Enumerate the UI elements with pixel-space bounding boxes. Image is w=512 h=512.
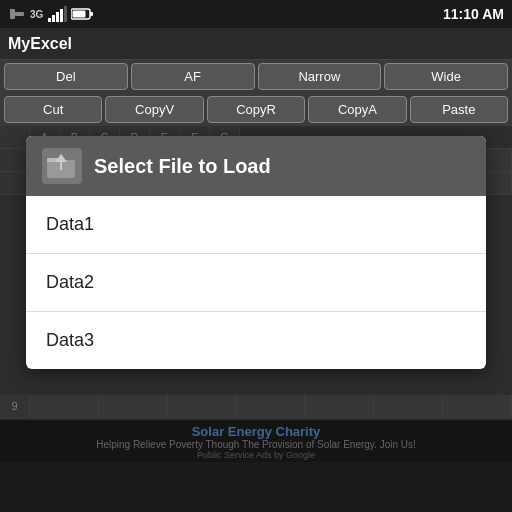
svg-rect-9	[73, 11, 86, 18]
svg-rect-13	[60, 162, 62, 170]
wide-button[interactable]: Wide	[384, 63, 508, 90]
file-list: Data1 Data2 Data3	[26, 196, 486, 369]
svg-rect-3	[52, 15, 55, 22]
copya-button[interactable]: CopyA	[308, 96, 406, 123]
svg-rect-6	[64, 6, 67, 22]
af-button[interactable]: AF	[131, 63, 255, 90]
svg-rect-0	[10, 9, 15, 19]
app-title: MyExcel	[8, 35, 72, 53]
status-bar: 3G 11:10 AM	[0, 0, 512, 28]
dialog-header: Select File to Load	[26, 136, 486, 196]
cut-button[interactable]: Cut	[4, 96, 102, 123]
status-time: 11:10 AM	[443, 6, 504, 22]
paste-button[interactable]: Paste	[410, 96, 508, 123]
svg-rect-4	[56, 12, 59, 22]
app-wrapper: 3G 11:10 AM MyExcel Del AF Narrow Wid	[0, 0, 512, 512]
toolbar-row-1: Del AF Narrow Wide	[0, 60, 512, 93]
file-dialog: Select File to Load Data1 Data2 Data3	[26, 136, 486, 369]
svg-rect-1	[15, 12, 24, 16]
battery-icon	[71, 7, 93, 21]
svg-rect-5	[60, 9, 63, 22]
load-file-icon	[42, 148, 82, 184]
file-item-2[interactable]: Data3	[26, 312, 486, 369]
signal-icon	[47, 6, 67, 22]
dialog-title: Select File to Load	[94, 155, 271, 178]
folder-upload-icon	[47, 152, 77, 180]
svg-rect-2	[48, 18, 51, 22]
file-item-0[interactable]: Data1	[26, 196, 486, 254]
modal-overlay: Select File to Load Data1 Data2 Data3	[0, 126, 512, 462]
wrench-icon	[8, 5, 26, 23]
file-item-1[interactable]: Data2	[26, 254, 486, 312]
copyr-button[interactable]: CopyR	[207, 96, 305, 123]
status-icons: 3G	[8, 5, 93, 23]
narrow-button[interactable]: Narrow	[258, 63, 382, 90]
del-button[interactable]: Del	[4, 63, 128, 90]
copyv-button[interactable]: CopyV	[105, 96, 203, 123]
spreadsheet-area: A B C D E F G	[0, 126, 512, 462]
network-indicator: 3G	[30, 9, 43, 20]
toolbar-row-2: Cut CopyV CopyR CopyA Paste	[0, 93, 512, 126]
svg-rect-8	[90, 12, 93, 16]
app-bar: MyExcel	[0, 28, 512, 60]
